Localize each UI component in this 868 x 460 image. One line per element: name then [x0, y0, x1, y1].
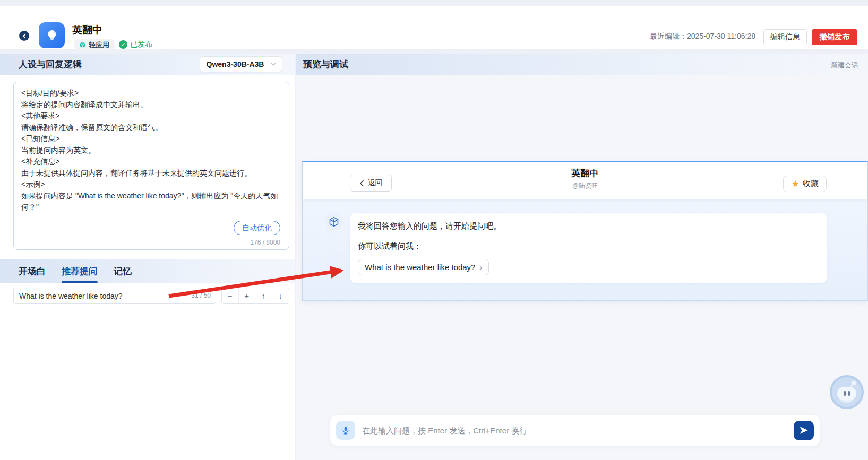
new-session-link[interactable]: 新建会话 — [831, 60, 858, 70]
chat-input-bar — [330, 415, 820, 446]
preview-card-header: 英翻中 @陆贤旺 返回 ★ 收藏 — [303, 162, 867, 199]
prompt-line: <已知信息> — [21, 133, 281, 145]
question-char-count: 31 / 50 — [191, 292, 211, 299]
bot-avatar — [325, 213, 343, 231]
prompt-line: 当前提问内容为英文。 — [21, 145, 281, 157]
light-app-badge-label: 轻应用 — [89, 40, 109, 50]
published-badge: ✓ 已发布 — [119, 40, 152, 49]
prompt-line: 由于未提供具体提问内容，翻译任务将基于未来提供的英文问题进行。 — [21, 168, 281, 179]
preview-panel: 预览与调试 新建会话 英翻中 @陆贤旺 返回 ★ 收藏 — [296, 54, 868, 460]
light-app-badge: 轻应用 — [74, 39, 115, 51]
published-badge-label: 已发布 — [130, 40, 152, 49]
robot-icon — [830, 375, 864, 409]
prompt-textarea[interactable]: <目标/目的/要求> 将给定的提问内容翻译成中文并输出。 <其他要求> 请确保翻… — [13, 82, 289, 250]
model-selector-value: Qwen3-30B-A3B — [200, 60, 270, 68]
check-circle-icon: ✓ — [119, 40, 127, 49]
left-tabs: 开场白 推荐提问 记忆 — [0, 259, 295, 283]
send-button[interactable] — [794, 421, 814, 440]
model-selector[interactable]: Qwen3-30B-A3B — [200, 56, 282, 72]
prompt-line: 请确保翻译准确，保留原文的含义和语气。 — [21, 122, 281, 134]
suggested-question-row: 31 / 50 − + ↑ ↓ — [13, 288, 289, 304]
chevron-down-icon — [270, 62, 277, 66]
tab-memory[interactable]: 记忆 — [114, 259, 132, 283]
app-preview-card: 英翻中 @陆贤旺 返回 ★ 收藏 我将回答您输入的问题，请开始提问吧。 你可以试… — [302, 161, 868, 301]
microphone-icon — [341, 426, 350, 435]
microphone-button[interactable] — [336, 421, 355, 440]
persona-panel-title: 人设与回复逻辑 — [19, 58, 82, 71]
chevron-left-icon — [22, 33, 27, 39]
preview-panel-title: 预览与调试 — [303, 58, 348, 71]
top-header: 英翻中 轻应用 ✓ 已发布 最近编辑：2025-07-30 11:06:28 编… — [0, 6, 868, 49]
suggested-question-input[interactable] — [13, 288, 216, 304]
prompt-char-count: 176 / 8000 — [250, 239, 280, 246]
chevron-left-icon — [359, 180, 364, 187]
question-stepper: − + ↑ ↓ — [221, 288, 289, 304]
prompt-line: 如果提问内容是 "What is the weather like today?… — [21, 190, 281, 213]
tab-suggested-questions[interactable]: 推荐提问 — [62, 259, 98, 283]
send-plane-icon — [798, 425, 809, 436]
persona-panel: 人设与回复逻辑 Qwen3-30B-A3B <目标/目的/要求> 将给定的提问内… — [0, 54, 295, 460]
app-logo-lightbulb-icon — [39, 22, 65, 48]
prompt-line: <目标/目的/要求> — [21, 88, 281, 99]
app-title: 英翻中 — [72, 23, 102, 37]
preview-panel-header: 预览与调试 — [296, 54, 868, 75]
remove-question-button[interactable]: − — [222, 288, 239, 303]
back-button[interactable] — [19, 31, 29, 41]
suggested-question-chip[interactable]: What is the weather like today? › — [358, 259, 489, 275]
prompt-line: <示例> — [21, 179, 281, 190]
prompt-line: <其他要求> — [21, 110, 281, 122]
move-down-button[interactable]: ↓ — [272, 288, 289, 303]
bot-message-line2: 你可以试着问我： — [358, 241, 819, 251]
suggested-question-chip-label: What is the weather like today? — [365, 263, 475, 272]
last-edited-time: 最近编辑：2025-07-30 11:06:28 — [650, 32, 755, 41]
preview-back-button[interactable]: 返回 — [350, 175, 392, 192]
prompt-line: 将给定的提问内容翻译成中文并输出。 — [21, 99, 281, 111]
favorite-button[interactable]: ★ 收藏 — [783, 176, 827, 192]
add-question-button[interactable]: + — [239, 288, 256, 303]
bot-cube-icon — [329, 216, 339, 227]
move-up-button[interactable]: ↑ — [255, 288, 272, 303]
chevron-right-icon: › — [479, 263, 482, 272]
edit-info-button[interactable]: 编辑信息 — [763, 29, 807, 45]
chat-message-input[interactable] — [362, 415, 794, 446]
unpublish-button[interactable]: 撤销发布 — [812, 29, 857, 45]
bot-message-line1: 我将回答您输入的问题，请开始提问吧。 — [358, 221, 819, 231]
auto-optimize-button[interactable]: 自动优化 — [234, 221, 280, 235]
assistant-robot-float-button[interactable] — [830, 375, 864, 409]
star-icon: ★ — [791, 179, 799, 188]
prompt-line: <补充信息> — [21, 156, 281, 168]
bot-message-card: 我将回答您输入的问题，请开始提问吧。 你可以试着问我： What is the … — [350, 213, 827, 283]
persona-panel-header: 人设与回复逻辑 Qwen3-30B-A3B — [0, 54, 295, 75]
tab-opening[interactable]: 开场白 — [19, 259, 46, 283]
preview-back-label: 返回 — [368, 178, 383, 188]
favorite-label: 收藏 — [803, 179, 819, 189]
cube-icon — [79, 41, 86, 48]
